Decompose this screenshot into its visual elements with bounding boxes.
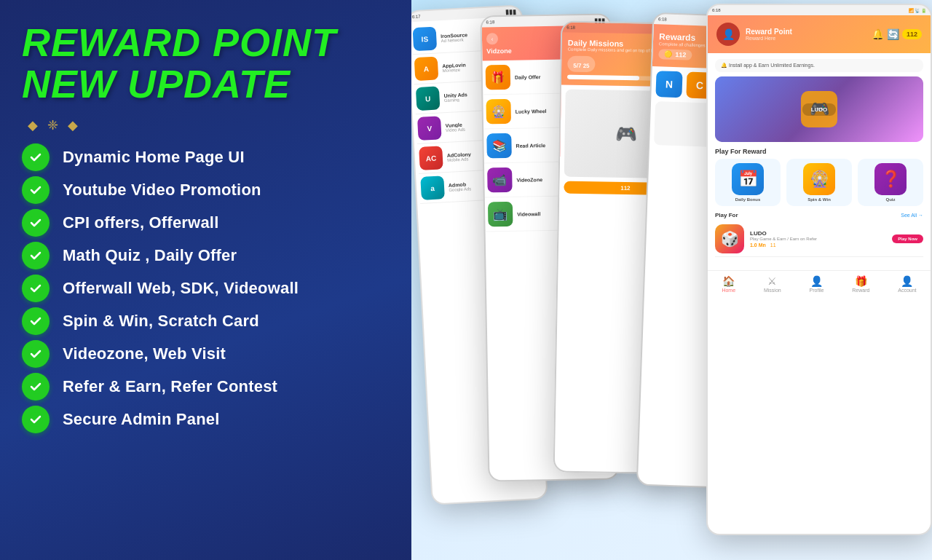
nav-item-reward[interactable]: 🎁 Reward [852, 275, 869, 293]
phone4-app-icon: N [655, 71, 682, 98]
nav-label: Account [898, 288, 916, 293]
phone5-game-icon: 🎲 [715, 224, 744, 253]
main-title-line1: REWARD POINT [22, 22, 390, 63]
check-icon-videozone [22, 340, 50, 368]
phone5-avatar: 👤 [716, 23, 740, 46]
check-icon-youtube-promo [22, 176, 50, 204]
nav-label: Mission [764, 288, 781, 293]
check-icon-offerwall-web [22, 275, 50, 302]
phone5-game-row: 🎲 LUDO Play Game & Earn / Earn on Refer … [715, 221, 923, 257]
phone5-play-for-title: Play For [715, 212, 738, 218]
check-icon-cpi-offers [22, 209, 50, 237]
feature-item-refer-earn: Refer & Earn, Refer Contest [22, 373, 390, 401]
nav-item-profile[interactable]: 👤 Profile [810, 275, 824, 293]
phone-5: 6:18📶 📡 🔋 👤 Reward Point Reward Here 🔔 🔄… [706, 4, 932, 535]
phone5-reward-cards: 📅 Daily Bonus 🎡 Spin & Win ❓ Quiz [715, 159, 923, 206]
phone5-game-name: LUDO [750, 230, 892, 237]
check-icon-refer-earn [22, 373, 50, 401]
nav-label: Profile [810, 288, 824, 293]
phone5-game-coins: 1.0 Mn [750, 242, 766, 248]
reward-card: 🎡 Spin & Win [786, 159, 852, 206]
reward-card: 📅 Daily Bonus [715, 159, 781, 206]
nav-icon: 🏠 [722, 275, 735, 287]
nav-label: Home [722, 288, 735, 293]
nav-item-home[interactable]: 🏠 Home [722, 275, 735, 293]
offer-icon: 📹 [487, 167, 513, 193]
left-panel: REWARD POINT NEW UPDATE ◆ ❈ ◆ Dynamic Ho… [0, 0, 411, 560]
feature-label-math-quiz: Math Quiz , Daily Offer [63, 246, 237, 265]
phone5-coin-count: 112 [902, 29, 922, 39]
reward-card-label: Daily Bonus [719, 197, 776, 202]
title-block: REWARD POINT NEW UPDATE [22, 22, 390, 104]
app-icon: U [416, 86, 441, 111]
reward-card-label: Quiz [862, 197, 919, 202]
feature-label-refer-earn: Refer & Earn, Refer Contest [63, 377, 277, 396]
feature-label-offerwall-web: Offerwall Web, SDK, Videowall [63, 279, 299, 298]
app-icon: AC [419, 146, 443, 170]
phone5-status: 6:18📶 📡 🔋 [708, 5, 931, 15]
right-panel: 6:17▊▊▊ IS IronSource Ad Network A AppLo… [411, 0, 932, 560]
phone3-progress-fill [567, 75, 639, 81]
nav-item-mission[interactable]: ⚔ Mission [764, 275, 781, 293]
feature-label-dynamic-home: Dynamic Home Page UI [63, 148, 245, 167]
app-icon: V [417, 116, 442, 141]
phone2-back[interactable]: ‹ [486, 33, 498, 44]
phone5-app-name: Reward Point [746, 28, 872, 36]
nav-label: Reward [852, 288, 869, 293]
check-icon-secure-admin [22, 406, 50, 433]
nav-item-account[interactable]: 👤 Account [898, 275, 916, 293]
feature-item-spin-win: Spin & Win, Scratch Card [22, 307, 390, 335]
feature-item-youtube-promo: Youtube Video Promotion [22, 176, 390, 204]
feature-label-cpi-offers: CPI offers, Offerwall [63, 213, 218, 232]
check-icon-dynamic-home [22, 143, 50, 171]
main-title-line2: NEW UPDATE [22, 63, 390, 105]
nav-icon: 👤 [810, 275, 823, 287]
phones-container: 6:17▊▊▊ IS IronSource Ad Network A AppLo… [411, 0, 932, 560]
feature-label-youtube-promo: Youtube Video Promotion [63, 181, 261, 200]
phone5-promo-image: 🎮 LUDO [715, 76, 923, 142]
feature-item-cpi-offers: CPI offers, Offerwall [22, 209, 390, 237]
phone5-coins-row: 🔔 🔄 112 [872, 28, 922, 40]
phone5-play-for-reward-title: Play For Reward [715, 148, 923, 155]
phone3-reward-coins: 112 [620, 185, 631, 192]
check-icon-spin-win [22, 307, 50, 335]
offer-icon: 📺 [488, 202, 513, 227]
offer-icon: 🎡 [486, 99, 511, 125]
phone5-game-meta: 1.0 Mn 11 [750, 242, 892, 248]
app-icon: IS [413, 27, 438, 52]
phone4-coins-text: 112 [675, 51, 686, 59]
feature-item-dynamic-home: Dynamic Home Page UI [22, 143, 390, 171]
phone5-play-btn[interactable]: Play Now [892, 234, 923, 243]
feature-item-offerwall-web: Offerwall Web, SDK, Videowall [22, 275, 390, 302]
phone5-bottom-nav: 🏠 Home ⚔ Mission 👤 Profile 🎁 Reward 👤 Ac… [708, 270, 931, 296]
phone5-see-all[interactable]: See All → [901, 213, 923, 218]
phone4-coins-badge: 🟡 112 [658, 49, 692, 60]
phone5-body: 🔔 Install app & Earn Unlimited Earnings.… [708, 53, 931, 270]
phone5-game-info: LUDO Play Game & Earn / Earn on Refer 1.… [750, 230, 892, 248]
app-icon: a [420, 176, 445, 200]
reward-card-icon: 🎡 [803, 163, 835, 195]
feature-item-math-quiz: Math Quiz , Daily Offer [22, 242, 390, 269]
nav-icon: 🎁 [855, 275, 867, 287]
features-list: Dynamic Home Page UI Youtube Video Promo… [22, 143, 390, 438]
check-icon-math-quiz [22, 242, 50, 269]
nav-icon: 👤 [901, 275, 913, 287]
phone5-title-block: Reward Point Reward Here [746, 28, 872, 41]
feature-label-videozone: Videozone, Web Visit [63, 344, 226, 363]
feature-item-secure-admin: Secure Admin Panel [22, 406, 390, 433]
phone5-notification: 🔔 Install app & Earn Unlimited Earnings. [715, 59, 923, 72]
reward-card-label: Spin & Win [791, 197, 848, 202]
feature-label-secure-admin: Secure Admin Panel [63, 410, 220, 429]
app-icon: A [414, 56, 439, 81]
phone3-progress-label: 5/7 25 [573, 63, 589, 69]
offer-icon: 🎁 [486, 65, 511, 90]
phone5-game-desc: Play Game & Earn / Earn on Refer [750, 237, 892, 241]
reward-card-icon: 📅 [732, 163, 764, 195]
feature-item-videozone: Videozone, Web Visit [22, 340, 390, 368]
phone5-tagline: Reward Here [746, 36, 872, 41]
reward-card-icon: ❓ [874, 163, 907, 195]
phone5-play-for-row: Play For See All → [715, 212, 923, 218]
phone5-promo-label: LUDO [802, 103, 837, 116]
phone5-header: 👤 Reward Point Reward Here 🔔 🔄 112 [708, 15, 931, 53]
nav-icon: ⚔ [767, 275, 777, 287]
